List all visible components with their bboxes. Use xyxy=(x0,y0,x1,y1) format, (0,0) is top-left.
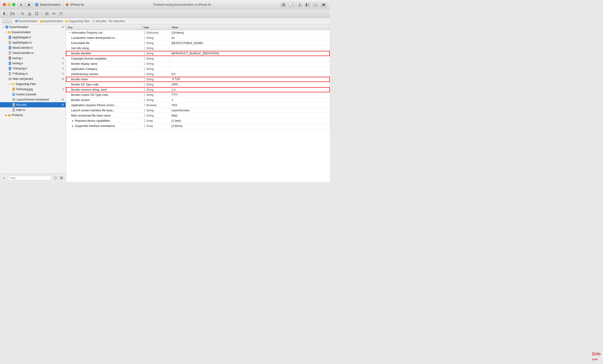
close-button[interactable] xyxy=(3,3,6,6)
sidebar-item-yxeasing-h[interactable]: h YXEasing.h A xyxy=(0,66,66,71)
plist-key-cell: Bundle name xyxy=(66,77,141,82)
svg-rect-70 xyxy=(13,93,13,94)
plist-row[interactable]: InfoDictionary version▲▼String6.0 xyxy=(66,72,330,77)
plist-row[interactable]: Executable file▲▼String$(EXECUTABLE_NAME… xyxy=(66,41,330,46)
plist-root-row[interactable]: ▾ Information Property List ▲▼ Dictionar… xyxy=(66,30,330,35)
sidebar-item-info-plist[interactable]: Info.plist M xyxy=(0,102,66,107)
sidebar-badge-easing-h: A xyxy=(62,62,64,65)
svg-rect-1 xyxy=(28,4,30,6)
svg-marker-18 xyxy=(11,12,14,15)
row-value-text: (3 items) xyxy=(172,124,183,128)
editor-view-button[interactable] xyxy=(280,2,287,7)
row-expand-icon[interactable]: ▶ xyxy=(71,124,74,128)
sidebar-item-ease-group[interactable]: ▾ EaseAnimation xyxy=(0,30,66,35)
sidebar-item-appdelegate-h[interactable]: h AppDelegate.h xyxy=(0,35,66,40)
root-key-label: Information Property List xyxy=(72,31,103,34)
maximize-button[interactable] xyxy=(12,3,15,6)
row-expand-icon[interactable]: ▶ xyxy=(71,119,74,122)
back-arrow[interactable]: ‹ xyxy=(2,19,7,23)
column-header-key: Key xyxy=(66,24,141,30)
refresh-button[interactable] xyxy=(288,2,295,7)
breadcrumb-supporting-files[interactable]: Supporting Files xyxy=(66,20,90,23)
plist-row[interactable]: Bundle OS Type code▲▼StringAPPL xyxy=(66,82,330,87)
plist-key-cell: Bundle identifier xyxy=(66,51,141,56)
stop-button[interactable] xyxy=(26,2,32,7)
plist-row[interactable]: Bundle name▲▼String大飞哥 xyxy=(66,77,330,82)
forward-arrow[interactable]: › xyxy=(8,19,12,23)
filter-input[interactable] xyxy=(8,176,52,180)
assistant-button[interactable] xyxy=(312,2,319,7)
sort-arrows-icon: ▲▼ xyxy=(144,103,146,107)
search-button[interactable] xyxy=(20,11,26,16)
svg-rect-27 xyxy=(45,14,47,15)
svg-line-21 xyxy=(23,14,24,15)
sidebar-label-assets-xcassets: Assets.xcassets xyxy=(16,93,36,96)
plist-row[interactable]: ▶Required device capabilities▲▼Array(1 i… xyxy=(66,118,330,123)
sidebar-item-feihuang-jpg[interactable]: jpg FeiHuang.jpg A xyxy=(0,87,66,92)
plist-row[interactable]: Copyright (human-readable)▲▼String xyxy=(66,56,330,61)
storyboard-icon xyxy=(9,78,12,80)
sidebar-item-appdelegate-m[interactable]: m AppDelegate.m xyxy=(0,40,66,45)
plist-row[interactable]: ▶Supported interface orientations▲▼Array… xyxy=(66,123,330,129)
sidebar-item-viewcontroller-h[interactable]: h ViewController.h xyxy=(0,45,66,50)
sidebar-item-assets-xcassets[interactable]: Assets.xcassets xyxy=(0,92,66,97)
filter-options-icon[interactable] xyxy=(59,176,64,180)
sidebar-item-main-storyboard[interactable]: Main.storyboard M xyxy=(0,76,66,81)
play-button[interactable] xyxy=(18,2,25,7)
plist-value-cell: LaunchScreen xyxy=(170,108,330,113)
navigator-toggle[interactable] xyxy=(2,11,9,16)
breadcrumb-easeanimation-1[interactable]: X EaseAnimation xyxy=(15,20,38,23)
plist-key-cell: Bundle display name xyxy=(66,61,141,66)
breadcrumb-easeanimation-2[interactable]: EaseAnimation xyxy=(40,20,63,23)
sidebar-item-easing-h[interactable]: h easing.h A xyxy=(0,61,66,66)
expand-toggle[interactable]: ▾ xyxy=(68,31,71,34)
sidebar-item-root[interactable]: ▾ X EaseAnimation M xyxy=(0,24,66,30)
sidebar-item-easing-c[interactable]: c easing.c A xyxy=(0,56,66,61)
plist-type-cell: ▲▼String xyxy=(141,46,170,51)
breadcrumb-info-plist[interactable]: Info.plist xyxy=(92,20,106,23)
row-value-text: 1.0 xyxy=(172,88,175,91)
breadcrumb-no-selection[interactable]: No Selection xyxy=(109,20,125,23)
sidebar-item-main-m[interactable]: m main.m xyxy=(0,107,66,113)
sidebar-item-yxeasing-m[interactable]: m YXEasing.m A xyxy=(0,71,66,76)
warning-button[interactable]: ! xyxy=(27,11,33,16)
sidebar-label-products: Products xyxy=(12,114,23,117)
filter-clock-icon[interactable] xyxy=(53,176,58,180)
plist-row[interactable]: Bundle version▲▼String1 xyxy=(66,97,330,103)
sidebar-label-ease-group: EaseAnimation xyxy=(12,31,31,34)
plist-key-cell: Application Category xyxy=(66,66,141,71)
sidebar-item-supporting-files[interactable]: ▾ Supporting Files xyxy=(0,81,66,87)
nav-button[interactable] xyxy=(296,2,303,7)
plist-row[interactable]: Application Category▲▼String xyxy=(66,66,330,72)
row-type-text: String xyxy=(146,98,154,102)
link-button[interactable] xyxy=(51,11,57,16)
plist-value-cell: Main xyxy=(170,113,330,118)
plist-row[interactable]: Bundle versions string, short▲▼String1.0 xyxy=(66,87,330,92)
plist-table: Key Type Value ▾ Information Property Li… xyxy=(66,24,330,182)
plist-row[interactable]: Get Info string▲▼String xyxy=(66,46,330,51)
arrange-button[interactable] xyxy=(58,11,64,16)
sidebar-item-products[interactable]: ▶ Products xyxy=(0,113,66,118)
panel-button[interactable] xyxy=(304,2,311,7)
bookmark-button[interactable] xyxy=(34,11,40,16)
sidebar-label-viewcontroller-m: ViewController.m xyxy=(12,51,34,55)
sidebar-item-launchscreen[interactable]: LaunchScreen.storyboard M xyxy=(0,97,66,102)
svg-rect-30 xyxy=(59,12,61,15)
c-file-icon: c xyxy=(9,57,11,60)
plist-row[interactable]: Application requires iPhone enviro...▲▼B… xyxy=(66,103,330,108)
plist-row[interactable]: Bundle creator OS Type code▲▼String???? xyxy=(66,92,330,97)
plist-row[interactable]: Launch screen interface file base...▲▼St… xyxy=(66,108,330,113)
minimize-button[interactable] xyxy=(8,3,11,6)
add-item-button[interactable]: + xyxy=(2,176,7,180)
plist-row[interactable]: Localization native development re...▲▼S… xyxy=(66,35,330,41)
breakpoint-button[interactable] xyxy=(9,11,16,16)
chevron-down-icon-2: ▾ xyxy=(5,31,8,34)
plist-row[interactable]: Main storyboard file base name▲▼StringMa… xyxy=(66,113,330,118)
version-button[interactable] xyxy=(320,2,327,7)
plist-row[interactable]: Bundle display name▲▼String xyxy=(66,61,330,66)
sidebar-item-viewcontroller-m[interactable]: m ViewController.m xyxy=(0,50,66,56)
sidebar-label-appdelegate-m: AppDelegate.m xyxy=(12,41,32,44)
plist-row[interactable]: Bundle identifier▲▼String$(PRODUCT_BUNDL… xyxy=(66,51,330,56)
grid-view-button[interactable] xyxy=(44,11,50,16)
plist-value-cell: 6.0 xyxy=(170,72,330,77)
